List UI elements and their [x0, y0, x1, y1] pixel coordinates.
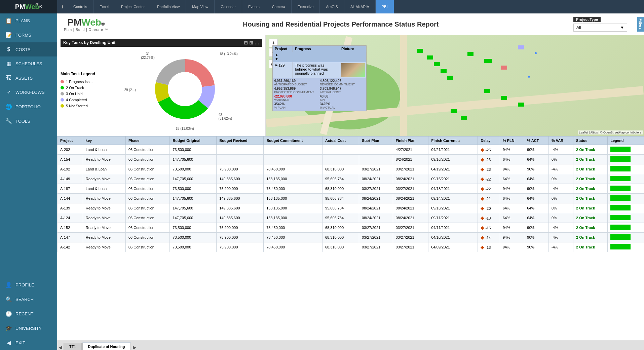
map-marker-4: [441, 69, 447, 73]
sidebar-item-search[interactable]: 🔍 SEARCH: [0, 292, 57, 307]
nav-tab-portfolio-view[interactable]: Portfolio View: [151, 0, 186, 13]
table-section[interactable]: Project key Phase Budget Original Budget…: [57, 136, 644, 340]
info-icon[interactable]: ℹ: [57, 0, 67, 13]
nav-tab-events[interactable]: Events: [242, 0, 266, 13]
sidebar-item-university[interactable]: 🎓 UNIVERSITY: [0, 321, 57, 336]
delay-diamond-icon: ◆: [481, 205, 484, 211]
table-cell: 73,500,000: [170, 242, 217, 252]
table-cell: 73,500,000: [170, 233, 217, 242]
tab-nav-right[interactable]: ▶: [131, 345, 138, 350]
table-cell: 04/19/2021: [428, 164, 478, 174]
portfolio-icon: 🌐: [5, 104, 12, 110]
nav-tab-map-view[interactable]: Map View: [186, 0, 215, 13]
legend-bar: [610, 176, 631, 181]
assets-icon: 🏗: [5, 75, 12, 81]
sidebar-item-label: WORKFLOWS: [15, 90, 45, 95]
chart-title: Key Tasks by Dwelling Unit: [63, 40, 115, 45]
legend-bar: [610, 147, 631, 152]
project-type-value: All: [576, 25, 581, 30]
table-cell: 08/24/2021: [359, 194, 393, 203]
sidebar-item-label: SEARCH: [15, 297, 34, 302]
nav-tab-project-center[interactable]: Project Center: [115, 0, 151, 13]
projected-commitment-label: PROJECTED COMMITMENT: [274, 90, 319, 94]
revised-commitment-block: 4,806,122,406 REVISED COMMITMENT: [320, 79, 365, 86]
popup-scroll[interactable]: ▲▼: [273, 52, 277, 62]
map-marker-1: [417, 49, 423, 53]
nav-tab-arcgis[interactable]: ArcGIS: [320, 0, 344, 13]
spi-label: SPI: [320, 98, 365, 102]
sidebar-item-label: ASSETS: [15, 76, 33, 81]
table-cell-var: 0%: [549, 155, 573, 164]
table-cell: [359, 145, 393, 155]
table-cell: Ready to Move: [83, 233, 125, 242]
tab-tt1[interactable]: TT1: [64, 343, 82, 350]
filters-tab[interactable]: Filters: [637, 17, 644, 32]
nav-tab-pbi[interactable]: PBI: [376, 0, 394, 13]
nav-tab-al-akaria[interactable]: AL AKARIA: [344, 0, 376, 13]
chart-title-bar: Key Tasks by Dwelling Unit ⊟ ⊞ …: [61, 39, 262, 47]
actual-cost-value: 3,703,946,947: [320, 87, 365, 90]
table-cell: 147,705,600: [170, 194, 217, 203]
sidebar-item-forms[interactable]: 📝 FORMS: [0, 28, 57, 42]
nav-tabs: Controls Excel Project Center Portfolio …: [67, 0, 644, 13]
table-cell: 75,900,000: [217, 242, 264, 252]
map-marker-blue-2: [528, 76, 530, 78]
tab-nav-left[interactable]: ◀: [57, 345, 64, 350]
brand-web: Web: [81, 17, 101, 28]
workflows-icon: ✓: [5, 89, 12, 95]
sidebar-item-schedules[interactable]: ▦ SCHEDULES: [0, 56, 57, 71]
pct-plan-label: % Plan: [274, 106, 319, 109]
nav-tab-controls[interactable]: Controls: [67, 0, 93, 13]
nav-tab-camera[interactable]: Camera: [266, 0, 292, 13]
sidebar-item-label: TOOLS: [15, 119, 30, 124]
table-row: A-202Land & Loan06 Construction73,500,00…: [58, 145, 644, 155]
table-cell-var: 0%: [549, 194, 573, 203]
nav-tab-executive[interactable]: Executive: [292, 0, 320, 13]
map-marker-12: [461, 116, 467, 120]
sidebar-item-assets[interactable]: 🏗 ASSETS: [0, 71, 57, 85]
table-cell: A-152: [58, 223, 83, 233]
sidebar-item-recent[interactable]: 🕐 RECENT: [0, 307, 57, 321]
nav-tab-excel[interactable]: Excel: [93, 0, 115, 13]
sidebar-item-tools[interactable]: 🔧 TOOLS: [0, 114, 57, 128]
table-cell: 04/10/2021: [428, 233, 478, 242]
pct-plan-block: 3542% % Plan: [274, 102, 319, 109]
table-cell: 147,705,600: [170, 174, 217, 184]
table-cell-legend: [608, 184, 644, 194]
popup-col-progress: Progress: [293, 46, 339, 52]
table-cell-status: 2 On Track: [573, 194, 608, 203]
table-cell: 95,606,784: [322, 203, 359, 213]
sidebar-item-costs[interactable]: $ COSTS: [0, 42, 57, 56]
table-cell-var: 0%: [549, 203, 573, 213]
more-icon[interactable]: …: [255, 40, 259, 45]
nav-tab-calendar[interactable]: Calendar: [215, 0, 242, 13]
filter-icon[interactable]: ⊟: [244, 40, 248, 45]
sidebar-item-exit[interactable]: ◀ EXIT: [0, 336, 57, 350]
table-cell-act: 64%: [524, 213, 549, 223]
anticipated-budget-block: 4,931,260,169 ANTICIPATED BUDGET: [274, 79, 319, 86]
project-type-select[interactable]: All ▼: [573, 24, 627, 32]
table-cell-status: 2 On Track: [573, 145, 608, 155]
legend-dot-5: [61, 104, 64, 108]
sidebar-item-workflows[interactable]: ✓ WORKFLOWS: [0, 85, 57, 100]
brand-subtitle: Plan | Build | Operate ™: [64, 28, 108, 32]
sidebar-item-profile[interactable]: 👤 PROFILE: [0, 278, 57, 292]
tab-duplicate-housing[interactable]: Duplicate of Housing: [82, 343, 131, 350]
projects-table: Project key Phase Budget Original Budget…: [57, 136, 644, 252]
expand-icon[interactable]: ⊞: [249, 40, 253, 45]
table-cell: Ready to Move: [83, 174, 125, 184]
table-cell: 09/15/2021: [428, 174, 478, 184]
map-marker-8: [501, 66, 507, 70]
legend-item-3: 3 On Hold: [61, 92, 104, 96]
table-cell: Ready to Move: [83, 203, 125, 213]
pct-plan-value: 3542%: [274, 102, 319, 106]
table-cell: 149,385,600: [217, 174, 264, 184]
legend-bar: [610, 205, 631, 210]
app-logo[interactable]: ◀ PMWeb®: [0, 0, 57, 13]
project-type-filter: Project Type All ▼: [573, 17, 627, 32]
table-cell-act: 90%: [524, 145, 549, 155]
sidebar-item-portfolio[interactable]: 🌐 PORTFOLIO: [0, 100, 57, 114]
sidebar-item-label: RECENT: [15, 311, 33, 316]
sidebar-item-plans[interactable]: 📋 PLANS: [0, 13, 57, 28]
table-header-row: Project key Phase Budget Original Budget…: [58, 137, 644, 145]
